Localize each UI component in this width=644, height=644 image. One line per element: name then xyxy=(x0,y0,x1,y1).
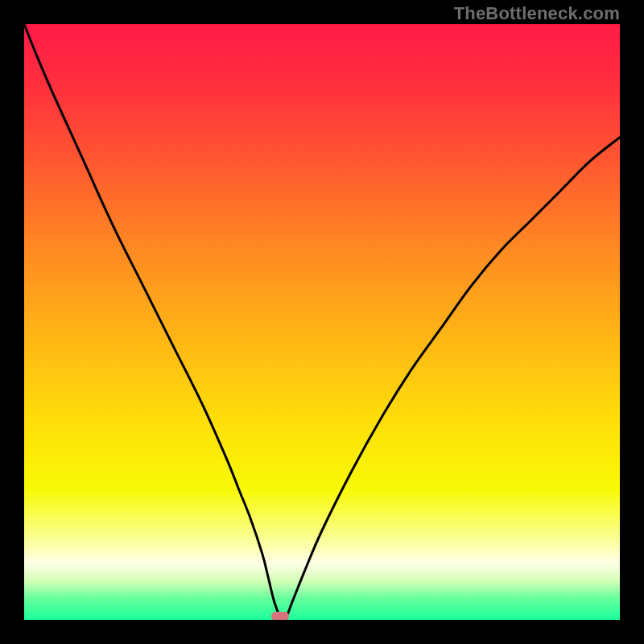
minimum-marker xyxy=(271,612,289,620)
watermark-text: TheBottleneck.com xyxy=(454,3,620,24)
plot-area xyxy=(24,24,620,620)
bottleneck-curve xyxy=(24,24,620,620)
